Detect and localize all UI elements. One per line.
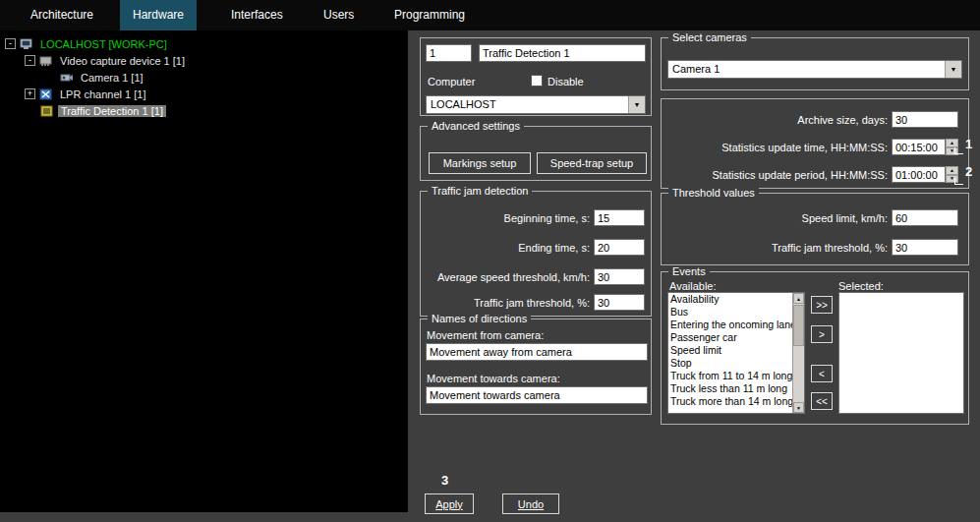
scrollbar-thumb[interactable]	[793, 305, 804, 346]
apply-button[interactable]: Apply	[425, 493, 474, 514]
callout-bracket-1	[954, 147, 963, 154]
tree-item-camera[interactable]: Camera 1 [1]	[60, 70, 146, 85]
stats-update-period-input[interactable]	[892, 166, 946, 183]
list-item[interactable]: Passenger car	[668, 331, 792, 344]
speed-limit-input[interactable]	[892, 209, 958, 226]
capture-device-icon	[39, 55, 53, 67]
undo-button[interactable]: Undo	[502, 493, 559, 514]
groupbox-title: Names of directions	[428, 313, 531, 325]
computer-label: Computer	[428, 76, 475, 87]
speed-trap-setup-button[interactable]: Speed-trap setup	[537, 152, 647, 174]
list-item[interactable]: Availability	[668, 293, 792, 306]
list-item[interactable]: Truck less than 11 m long	[668, 382, 792, 395]
tree-item-lpr-channel[interactable]: + LPR channel 1 [1]	[25, 87, 148, 101]
callout-number-2: 2	[965, 164, 972, 179]
stats-update-period-label: Statistics update period, HH:MM:SS:	[665, 169, 888, 181]
traffic-jam-detection-groupbox: Traffic jam detection Beginning time, s:…	[420, 191, 652, 317]
tab-users[interactable]: Users	[311, 0, 367, 30]
names-of-directions-groupbox: Names of directions Movement from camera…	[420, 319, 652, 415]
list-item[interactable]: Truck more than 14 m long	[668, 395, 792, 408]
beginning-time-label: Beginning time, s:	[425, 212, 590, 224]
stats-update-time-label: Statistics update time, HH:MM:SS:	[665, 142, 888, 153]
vertical-scrollbar[interactable]: ▲ ▼	[792, 293, 804, 413]
list-item[interactable]: Speed limit	[668, 344, 792, 357]
speed-limit-label: Speed limit, km/h:	[665, 212, 888, 224]
stats-update-time-input[interactable]	[892, 139, 946, 155]
threshold-jam-label: Traffic jam threshold, %:	[665, 242, 888, 254]
tree-item-localhost[interactable]: - LOCALHOST [WORK-PC]	[5, 36, 170, 51]
tree-item-video-capture-device[interactable]: - Video capture device 1 [1]	[25, 53, 188, 68]
tab-interfaces[interactable]: Interfaces	[218, 0, 296, 30]
chevron-down-icon[interactable]: ▼	[945, 61, 961, 78]
traffic-detection-icon	[40, 105, 54, 117]
threshold-values-groupbox: Threshold values Speed limit, km/h: Traf…	[661, 193, 969, 265]
list-item[interactable]: Stop	[668, 357, 792, 370]
collapse-icon[interactable]: -	[25, 55, 35, 66]
jam-threshold-input[interactable]	[594, 294, 645, 311]
camera-select[interactable]: Camera 1 ▼	[667, 60, 962, 79]
advanced-settings-groupbox: Advanced settings Markings setup Speed-t…	[420, 126, 652, 181]
movement-from-camera-input[interactable]	[426, 343, 648, 361]
tree-item-label: Camera 1 [1]	[78, 72, 146, 84]
events-groupbox: Events Available: Selected: Availability…	[661, 271, 969, 425]
scroll-down-icon[interactable]: ▼	[793, 402, 804, 413]
disable-label: Disable	[548, 76, 584, 87]
computer-icon	[20, 38, 33, 50]
ending-time-label: Ending time, s:	[425, 242, 590, 254]
callout-number-1: 1	[965, 137, 972, 151]
collapse-icon[interactable]: -	[5, 38, 16, 49]
tree-item-label: LOCALHOST [WORK-PC]	[37, 38, 170, 50]
list-item[interactable]: Entering the oncoming lane	[668, 319, 792, 331]
movement-from-camera-label: Movement from camera:	[427, 329, 544, 341]
jam-threshold-label: Traffic jam threshold, %:	[425, 297, 590, 309]
tree-item-label-selected: Traffic Detection 1 [1]	[58, 105, 166, 117]
groupbox-title: Select cameras	[668, 31, 751, 44]
markings-setup-button[interactable]: Markings setup	[429, 152, 531, 174]
move-all-right-button[interactable]: >>	[811, 296, 833, 314]
tree-item-label: LPR channel 1 [1]	[57, 88, 148, 100]
selected-label: Selected:	[838, 280, 884, 292]
selected-events-list[interactable]	[838, 292, 964, 414]
tab-programming[interactable]: Programming	[381, 0, 478, 30]
disable-checkbox[interactable]	[531, 75, 543, 87]
tree-item-traffic-detection[interactable]: Traffic Detection 1 [1]	[40, 103, 166, 118]
top-nav-bar: Architecture Hardware Interfaces Users P…	[0, 0, 980, 30]
groupbox-title: Events	[668, 265, 710, 278]
archive-size-input[interactable]	[892, 111, 958, 128]
spin-up-icon[interactable]: ▲	[946, 139, 958, 147]
groupbox-title: Traffic jam detection	[428, 185, 532, 198]
archive-size-label: Archive size, days:	[665, 114, 888, 126]
move-all-left-button[interactable]: <<	[811, 392, 833, 410]
avg-speed-threshold-input[interactable]	[594, 268, 645, 285]
groupbox-title: Threshold values	[668, 187, 759, 200]
computer-select-value: LOCALHOST	[431, 98, 496, 110]
computer-select[interactable]: LOCALHOST ▼	[426, 95, 646, 114]
ending-time-input[interactable]	[594, 239, 645, 256]
statistics-groupbox: Archive size, days: Statistics update ti…	[661, 98, 969, 189]
lpr-channel-icon	[39, 88, 53, 100]
camera-select-value: Camera 1	[672, 63, 720, 75]
move-left-button[interactable]: <	[811, 365, 833, 382]
tab-hardware[interactable]: Hardware	[120, 0, 197, 30]
movement-towards-camera-input[interactable]	[426, 386, 648, 404]
application-window: { "colors": { "tab_active_bg": "#1a4f63"…	[0, 0, 980, 522]
beginning-time-input[interactable]	[594, 209, 645, 226]
tree-item-label: Video capture device 1 [1]	[57, 55, 188, 67]
scroll-up-icon[interactable]: ▲	[793, 293, 804, 304]
list-item[interactable]: Bus	[668, 306, 792, 319]
available-events-list[interactable]: Availability Bus Entering the oncoming l…	[667, 292, 805, 414]
object-id-input[interactable]	[426, 44, 472, 62]
movement-towards-camera-label: Movement towards camera:	[427, 373, 560, 384]
expand-icon[interactable]: +	[25, 88, 35, 99]
threshold-jam-input[interactable]	[892, 239, 958, 256]
hardware-tree-panel: - LOCALHOST [WORK-PC] - Video capture de…	[0, 30, 408, 512]
object-name-input[interactable]	[479, 44, 646, 62]
identity-groupbox: Computer Disable LOCALHOST ▼	[420, 37, 652, 116]
spin-up-icon[interactable]: ▲	[946, 166, 958, 175]
list-item[interactable]: Truck from 11 to 14 m long	[668, 370, 792, 382]
camera-icon	[60, 72, 74, 84]
move-right-button[interactable]: >	[811, 325, 833, 343]
chevron-down-icon[interactable]: ▼	[628, 96, 645, 113]
tab-architecture[interactable]: Architecture	[18, 0, 106, 30]
available-label: Available:	[669, 280, 717, 292]
